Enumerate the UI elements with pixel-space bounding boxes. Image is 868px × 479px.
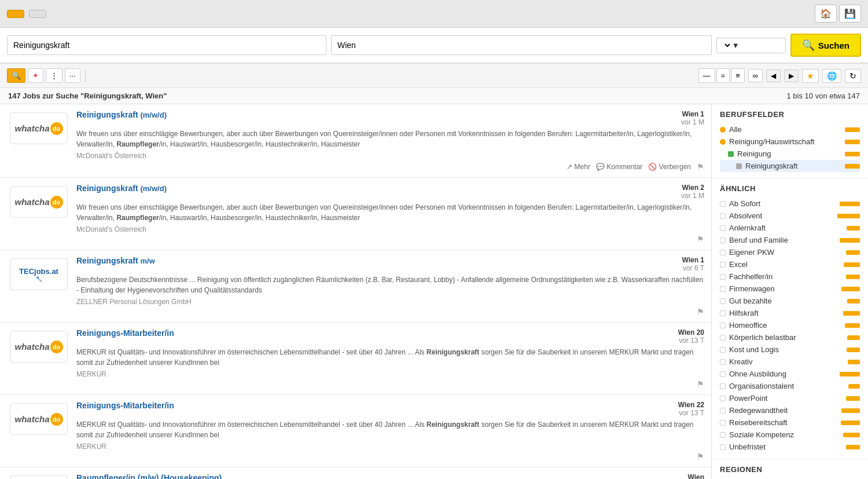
aehnlich-item-9[interactable]: Hilfskraft (720, 307, 860, 319)
aehnlich-item-label: Beruf und Familie (729, 236, 836, 244)
toolbar-more-btn[interactable]: ··· (65, 68, 80, 83)
toolbar-pin-btn[interactable]: ✦ (28, 68, 43, 83)
infinity-btn[interactable]: ∞ (748, 69, 763, 82)
berufsfelder-item-2[interactable]: Reinigung (720, 148, 860, 160)
aehnlich-item-2[interactable]: Anlernkraft (720, 222, 860, 234)
aehnlich-item-5[interactable]: Excel (720, 258, 860, 270)
checkbox-icon (720, 408, 726, 414)
aehnlich-item-16[interactable]: PowerPoint (720, 392, 860, 404)
simple-search-btn[interactable] (7, 10, 24, 18)
aehnlich-item-1[interactable]: Absolvent (720, 210, 860, 222)
aehnlich-item-7[interactable]: Firmenwagen (720, 283, 860, 295)
job-content: Reinigungskraft (m/w/d) Wien 2 vor 1 M W… (76, 184, 704, 244)
toolbar-sep1 (85, 70, 86, 82)
job-meta: Wien 1 vor 1 M (658, 110, 704, 126)
checkbox-icon (720, 250, 726, 255)
aehnlich-item-label: Körperlich belastbar (729, 333, 844, 342)
aehnlich-item-label: Firmenwagen (729, 284, 838, 293)
aehnlich-item-8[interactable]: Gut bezahlte (720, 295, 860, 307)
berufsfelder-item-label: Reinigungskraft (745, 162, 841, 170)
globe-btn[interactable]: 🌐 (822, 69, 841, 83)
toolbar-search-btn[interactable]: 🔍 (7, 68, 25, 83)
aehnlich-item-10[interactable]: Homeoffice (720, 319, 860, 331)
aehnlich-item-label: PowerPoint (729, 394, 843, 403)
job-title-row: Raumpfleger/in (m/w) (Housekeeping) Wien… (76, 473, 704, 479)
job-title-link[interactable]: Raumpfleger/in (m/w) (Housekeeping) (76, 473, 222, 479)
bar-icon (840, 238, 860, 243)
job-item: whatcha do Reinigungs-Mitarbeiter/in Wie… (0, 323, 711, 395)
aehnlich-item-6[interactable]: Fachhelfer/in (720, 270, 860, 283)
dot-icon (728, 151, 734, 157)
bar-icon (846, 275, 860, 279)
job-title-link[interactable]: Reinigungs-Mitarbeiter/in (76, 401, 174, 410)
category-select-wrap[interactable]: ▼ (716, 38, 786, 53)
job-action-kommentar[interactable]: 💬 Kommentar (596, 163, 642, 171)
aehnlich-item-label: Excel (729, 260, 840, 269)
job-desc: MERKUR ist Qualitäts- und Innovationsfüh… (76, 419, 704, 440)
job-action-verbergen[interactable]: 🚫 Verbergen (648, 163, 691, 171)
view-medium-btn[interactable]: = (716, 68, 730, 83)
share-icon[interactable]: ⚑ (697, 307, 704, 316)
aehnlich-item-13[interactable]: Kreativ (720, 356, 860, 368)
berufsfelder-item-0[interactable]: Alle (720, 123, 860, 136)
hogast-logo: HOGASTJOBCOM (10, 476, 68, 479)
share-icon[interactable]: ⚑ (697, 452, 704, 461)
bar-icon (843, 311, 860, 316)
share-icon[interactable]: ⚑ (697, 235, 704, 244)
search-icon: 🔍 (802, 39, 815, 52)
tec-logo-text: TECjobs.at (19, 267, 58, 276)
aehnlich-item-17[interactable]: Redegewandtheit (720, 404, 860, 416)
share-icon[interactable]: ⚑ (697, 162, 704, 171)
job-title-link[interactable]: Reinigungskraft m/w (76, 256, 155, 265)
pager-next-btn[interactable]: ▶ (784, 70, 799, 82)
detail-search-btn[interactable] (29, 10, 46, 18)
aehnlich-section: ÄHNLICH Ab Sofort Absolvent Anlernkraft … (712, 178, 868, 459)
job-meta: Wien 20 vor 13 T (658, 328, 704, 345)
results-summary: 147 Jobs zur Suche "Reinigungskraft, Wie… (8, 92, 167, 100)
aehnlich-item-label: Hilfskraft (729, 309, 840, 317)
aehnlich-item-12[interactable]: Kost und Logis (720, 343, 860, 356)
bar-icon (846, 396, 860, 401)
berufsfelder-item-label: Reinigung/Hauswirtschaft (729, 137, 841, 146)
aehnlich-item-15[interactable]: Organisationstalent (720, 380, 860, 392)
bar-icon (841, 408, 860, 413)
job-item: HOGASTJOBCOM Raumpfleger/in (m/w) (House… (0, 467, 711, 479)
checkbox-icon (720, 371, 726, 377)
share-icon[interactable]: ⚑ (697, 379, 704, 389)
home-icon-btn[interactable]: 🏠 (815, 5, 837, 23)
location-input[interactable] (331, 35, 712, 55)
view-compact-btn[interactable]: — (698, 68, 715, 83)
berufsfelder-item-3[interactable]: Reinigungskraft (720, 160, 860, 172)
job-title-link[interactable]: Reinigungskraft (m/w/d) (76, 184, 167, 193)
job-title-link[interactable]: Reinigungskraft (m/w/d) (76, 110, 167, 119)
aehnlich-item-11[interactable]: Körperlich belastbar (720, 331, 860, 343)
berufsfelder-item-1[interactable]: Reinigung/Hauswirtschaft (720, 136, 860, 148)
pager-prev-btn[interactable]: ◀ (766, 70, 781, 82)
aehnlich-item-label: Soziale Kompetenz (729, 430, 840, 439)
aehnlich-item-3[interactable]: Beruf und Familie (720, 234, 860, 246)
job-title-link[interactable]: Reinigungs-Mitarbeiter/in (76, 328, 174, 338)
keyword-input[interactable] (7, 35, 326, 55)
toolbar-list-btn[interactable]: ⋮ (46, 68, 62, 83)
search-btn-label: Suchen (818, 41, 849, 50)
view-full-btn[interactable]: ≡ (731, 68, 745, 83)
checkbox-icon (720, 396, 726, 401)
aehnlich-item-14[interactable]: Ohne Ausbildung (720, 368, 860, 380)
aehnlich-item-0[interactable]: Ab Sofort (720, 198, 860, 210)
aehnlich-item-4[interactable]: Eigener PKW (720, 246, 860, 258)
category-select[interactable] (720, 41, 732, 50)
job-action-mehr[interactable]: ↗ Mehr (567, 163, 590, 171)
refresh-btn[interactable]: ↻ (845, 69, 861, 83)
save-icon-btn[interactable]: 💾 (839, 5, 861, 23)
aehnlich-item-18[interactable]: Reisebereitschaft (720, 416, 860, 429)
whatcha-text: whatcha (14, 414, 49, 424)
search-button[interactable]: 🔍 Suchen (790, 34, 861, 57)
toolbar-right: — = ≡ ∞ ◀ ▶ ★ 🌐 ↻ (698, 68, 861, 83)
bar-icon (847, 299, 860, 304)
aehnlich-item-19[interactable]: Soziale Kompetenz (720, 429, 860, 441)
star-btn[interactable]: ★ (802, 69, 819, 83)
checkbox-icon (720, 213, 726, 219)
job-title-row: Reinigungskraft (m/w/d) Wien 2 vor 1 M (76, 184, 704, 200)
aehnlich-item-20[interactable]: Unbefristet (720, 441, 860, 453)
job-desc: MERKUR ist Qualitäts- und Innovationsfüh… (76, 347, 704, 368)
